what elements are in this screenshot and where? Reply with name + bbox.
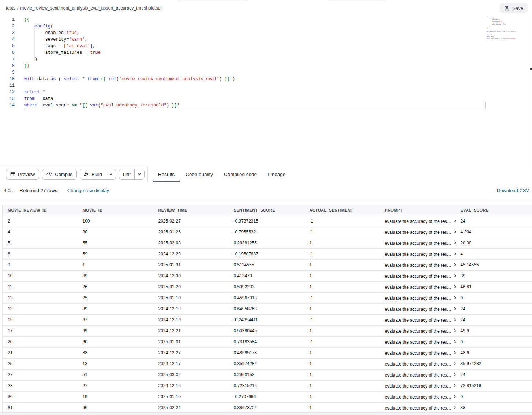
expand-prompt-icon[interactable] [454,284,456,289]
column-header: REVIEW_TIME [153,205,229,216]
table-cell: 39 [456,270,532,281]
expand-prompt-icon[interactable] [454,295,456,300]
expand-prompt-icon[interactable] [454,394,456,399]
change-row-display-link[interactable]: Change row display [67,188,109,193]
table-cell: -1 [304,292,380,303]
table-cell: 38 [78,347,153,358]
line-number[interactable]: 5 [0,43,15,49]
line-number[interactable]: 11 [0,82,15,89]
table-row: 4302025-01-26-0.7955532-1evaluate the ac… [3,227,532,238]
table-cell: 2 [3,216,78,227]
expand-prompt-icon[interactable] [454,361,456,366]
code-token: data [35,96,53,101]
preview-button[interactable]: Preview [6,169,39,180]
code-line[interactable]: 2 config( [0,23,510,30]
code-line[interactable]: with data as ( select * from {{ ref('mov… [487,31,516,33]
expand-prompt-icon[interactable] [454,328,456,333]
code-token: select [24,90,40,95]
table-cell: 48.6 [456,347,532,358]
code-line[interactable]: 5 tags = ['ai_eval'], [0,43,510,49]
code-line[interactable]: 8}} [0,63,510,69]
expand-prompt-icon[interactable] [454,372,456,377]
expand-prompt-icon[interactable] [454,262,456,268]
expand-prompt-icon[interactable] [454,306,456,311]
line-number[interactable]: 13 [0,96,15,102]
prompt-cell: evaluate the accuracy of the res… [380,248,456,259]
table-cell: 38 [456,402,532,413]
code-token: true [66,30,77,35]
table-cell: 2024-12-29 [153,248,229,259]
lint-button-group: Lint [119,169,145,180]
line-number[interactable]: 14 [0,102,15,109]
lint-button[interactable]: Lint [119,169,135,179]
build-button[interactable]: Build [80,169,106,179]
code-editor[interactable]: 1{{2 config(3 enabled=true,4 severity='w… [0,15,532,167]
code-line[interactable]: 4 severity='warn', [0,36,510,43]
horizontal-scrollbar[interactable] [0,412,532,415]
expand-prompt-icon[interactable] [454,240,456,246]
line-number[interactable]: 8 [0,63,15,69]
tab-results[interactable]: Results [153,167,180,182]
editor-scrollbar[interactable] [529,15,532,167]
line-number[interactable]: 2 [0,23,15,30]
table-cell: 4 [456,248,532,259]
table-cell: 0.73183584 [229,336,304,347]
save-button[interactable]: Save [500,3,528,13]
code-line[interactable]: 13from data [0,96,510,102]
line-number[interactable]: 12 [0,89,15,96]
expand-prompt-icon[interactable] [454,405,456,410]
table-cell: 0.5114555 [229,259,304,270]
expand-prompt-icon[interactable] [454,317,456,322]
code-line[interactable]: 14where eval_score <= '{{ var("eval_accu… [0,102,510,109]
expand-prompt-icon[interactable] [454,350,456,355]
prompt-cell: evaluate the accuracy of the res… [380,270,456,281]
line-number[interactable]: 4 [0,36,15,43]
code-lines[interactable]: 1{{2 config(3 enabled=true,4 severity='w… [0,16,510,109]
prompt-cell-text: evaluate the accuracy of the res… [385,219,452,224]
expand-prompt-icon[interactable] [454,229,456,235]
expand-prompt-icon[interactable] [454,339,456,344]
code-token: * [79,76,87,82]
table-cell: 2024-12-21 [153,325,229,336]
tab-code-quality[interactable]: Code quality [180,167,218,182]
code-line[interactable]: 10with data as ( select * from {{ ref('m… [0,76,510,82]
line-number[interactable]: 9 [0,69,15,76]
code-line[interactable]: 12select * [0,89,510,96]
code-token: ref [109,76,117,82]
expand-prompt-icon[interactable] [454,273,456,278]
line-number[interactable]: 6 [0,49,15,56]
code-token: true [90,50,101,55]
table-cell: 35.974282 [456,358,532,369]
code-token: {{ [101,76,106,82]
table-header-row: MOVIE_REVIEW_IDMOVIE_IDREVIEW_TIMESENTIM… [3,205,532,216]
tab-compiled-code[interactable]: Compiled code [219,167,262,182]
code-line[interactable]: where eval_score <= '{{ var("eval_accura… [487,38,516,40]
tab-lineage[interactable]: Lineage [263,167,291,182]
expand-prompt-icon[interactable] [454,251,456,257]
code-token [87,103,90,108]
download-csv-link[interactable]: Download CSV [497,188,529,193]
code-line[interactable]: 11 [0,82,510,89]
expand-prompt-icon[interactable] [454,218,456,224]
table-cell: 1 [304,281,380,292]
table-row: 15672024-12-19-0.24954411-1evaluate the … [3,314,532,325]
editor-minimap[interactable]: {{ config( enabled=true, severity='warn'… [487,16,516,57]
expand-prompt-icon[interactable] [454,383,456,388]
line-number[interactable]: 10 [0,76,15,82]
code-line[interactable]: 6 store_failures = true [0,49,510,56]
code-token: select [64,76,79,82]
code-line[interactable]: 3 enabled=true, [0,30,510,36]
lint-dropdown-button[interactable] [135,169,144,179]
compile-button[interactable]: Compile [42,169,77,180]
line-number[interactable]: 3 [0,30,15,36]
table-cell: 30 [3,391,78,402]
line-number[interactable]: 7 [0,56,15,63]
code-line[interactable]: 9 [0,69,510,76]
line-number[interactable]: 1 [0,16,15,23]
editor-scrollbar-thumb[interactable] [530,68,532,70]
code-line[interactable]: 1{{ [0,16,510,23]
prompt-cell: evaluate the accuracy of the res… [380,325,456,336]
breadcrumb-section[interactable]: tests [6,5,15,11]
code-line[interactable]: 7 ) [0,56,510,63]
build-dropdown-button[interactable] [106,169,116,179]
